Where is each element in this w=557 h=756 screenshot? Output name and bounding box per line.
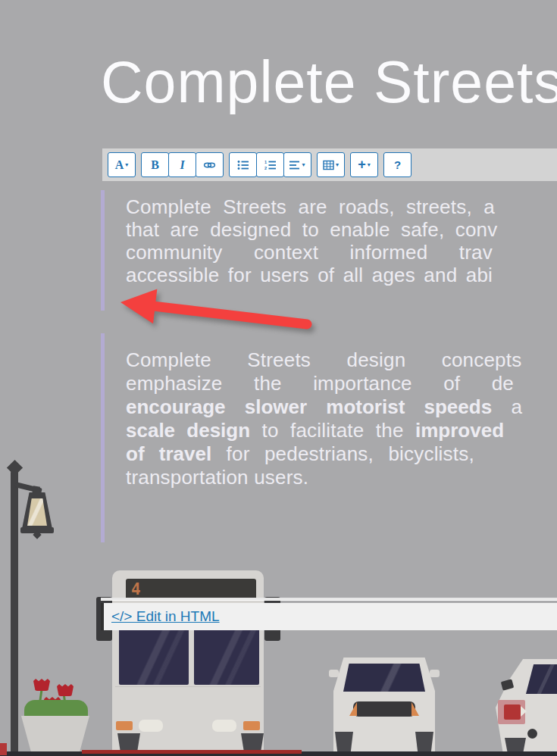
text-line: that are designed to enable safe, conv: [126, 218, 497, 241]
car-mirror: [329, 670, 339, 677]
italic-button[interactable]: I: [168, 152, 196, 177]
bus-windshield-left: [119, 628, 189, 685]
unordered-list-button[interactable]: [229, 152, 257, 177]
text-style-label: A: [115, 158, 124, 172]
editbar-hairline: [101, 598, 557, 601]
editor-toolbar: A ▾ B I: [102, 148, 557, 181]
text-line: encourage slower motorist speeds a: [126, 395, 522, 419]
bus-body-seam: [115, 686, 261, 687]
edit-in-html-link[interactable]: </> Edit in HTML: [111, 608, 220, 625]
bold-label: B: [151, 158, 159, 172]
svg-text:1: 1: [264, 160, 267, 164]
page-canvas: 4 Complete Streets: [0, 0, 557, 756]
help-button[interactable]: ?: [383, 152, 411, 177]
table-button[interactable]: ▾: [317, 152, 345, 177]
bus-windshield-right: [194, 628, 259, 685]
flower-planter: [21, 716, 89, 756]
unordered-list-icon: [237, 160, 249, 170]
bus-headlight: [139, 720, 163, 732]
align-icon: [289, 160, 300, 170]
text-line: community context informed trav: [126, 241, 497, 264]
chevron-down-icon: ▾: [302, 162, 305, 168]
bus-headlight: [212, 720, 236, 732]
svg-text:2: 2: [264, 166, 267, 170]
blockquote-border: [101, 190, 105, 311]
rear-car-exhaust: [527, 729, 537, 739]
text-line: transportation users.: [126, 466, 522, 489]
text-style-button[interactable]: A ▾: [108, 152, 136, 177]
chevron-down-icon: ▾: [336, 162, 339, 168]
bold-button[interactable]: B: [141, 152, 169, 177]
text-line: scale design to facilitate the improved: [126, 419, 522, 442]
table-icon: [323, 160, 334, 170]
lamp-pole: [11, 471, 18, 756]
curb-red-marker: [0, 743, 7, 755]
edit-html-bar: </> Edit in HTML: [101, 603, 557, 630]
tulip-flower: [33, 679, 50, 691]
bus-destination-sign: [126, 579, 256, 600]
text-line: accessible for users of all ages and abi: [126, 264, 497, 286]
chevron-down-icon: ▾: [368, 162, 371, 168]
ordered-list-button[interactable]: 12: [256, 152, 284, 177]
road-red-strip: [82, 750, 302, 754]
page-title: Complete Streets: [101, 48, 557, 116]
italic-label: I: [180, 158, 184, 172]
tulip-flower: [57, 684, 74, 696]
bus-marker-light: [116, 721, 133, 730]
text-line: emphasize the importance of de: [126, 372, 522, 395]
annotation-arrow: [116, 286, 314, 329]
car-grille: [353, 701, 415, 717]
chevron-down-icon: ▾: [125, 162, 128, 168]
plus-icon: +: [358, 157, 366, 173]
text-line: of travel for pedestrians, bicyclists,: [126, 442, 522, 466]
bus-marker-light: [243, 721, 260, 730]
ordered-list-icon: 12: [264, 160, 277, 170]
align-button[interactable]: ▾: [283, 152, 311, 177]
editor-paragraph[interactable]: Complete Streets design conceptsemphasiz…: [126, 348, 522, 489]
insert-link-button[interactable]: [196, 152, 224, 177]
editor-paragraph[interactable]: Complete Streets are roads, streets, ath…: [126, 195, 497, 286]
link-icon: [203, 160, 216, 170]
insert-button[interactable]: + ▾: [350, 152, 378, 177]
rear-car-taillight: [504, 704, 521, 720]
help-label: ?: [394, 158, 401, 171]
blockquote-border: [101, 333, 105, 542]
car-windshield: [343, 664, 425, 692]
car-mirror: [430, 670, 440, 677]
text-line: Complete Streets design concepts: [126, 348, 522, 372]
text-line: Complete Streets are roads, streets, a: [126, 195, 497, 218]
bus-route-number: 4: [131, 580, 141, 598]
